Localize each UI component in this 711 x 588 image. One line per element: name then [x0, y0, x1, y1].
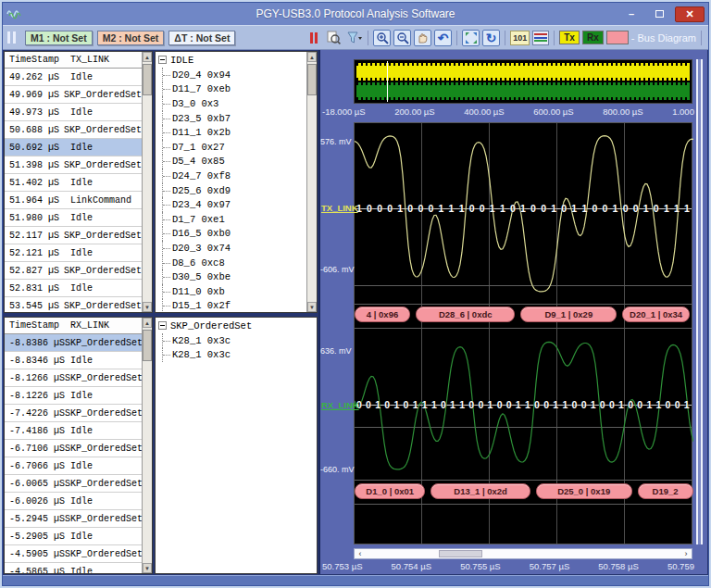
tree-item[interactable]: D20_4 0x94	[156, 68, 317, 82]
table-row[interactable]: -7.4186 µS Idle	[5, 422, 142, 440]
table-row[interactable]: 52.831 µS Idle	[5, 280, 142, 297]
table-row[interactable]: 49.262 µS Idle	[5, 69, 142, 86]
tree-item[interactable]: D7_1 0x27	[156, 140, 317, 155]
zoom-in-icon[interactable]	[373, 30, 391, 46]
scrollbar-thumb[interactable]	[143, 64, 152, 95]
symbol-capsule[interactable]: 4 | 0x96	[355, 307, 410, 322]
tree-item[interactable]: K28_1 0x3c	[156, 348, 317, 363]
table-row[interactable]: -6.7106 µS SKP_OrderedSet	[5, 440, 142, 457]
tx-table-scrollbar[interactable]: ▲ ▼	[142, 52, 152, 312]
table-row[interactable]: -6.0065 µS SKP_OrderedSet	[5, 475, 142, 493]
minimize-button[interactable]: –	[619, 6, 643, 22]
table-row[interactable]: 52.827 µS SKP_OrderedSet	[5, 262, 142, 280]
tree-item[interactable]: D23_5 0xb7	[156, 111, 317, 126]
tree-item[interactable]: K28_1 0x3c	[156, 333, 317, 348]
waveform-horizontal-scrollbar[interactable]: ‹ ›	[354, 548, 692, 559]
scroll-up-icon[interactable]: ▲	[143, 318, 152, 328]
pause-icon[interactable]	[7, 31, 16, 44]
fit-screen-icon[interactable]	[462, 30, 480, 46]
table-row[interactable]: 49.973 µS Idle	[5, 104, 142, 121]
table-row[interactable]: -8.8386 µS SKP_OrderedSet	[5, 334, 142, 352]
symbol-capsule[interactable]: D13_1 | 0x2d	[430, 483, 530, 499]
symbol-capsule[interactable]: D25_0 | 0x19	[536, 483, 632, 499]
scroll-down-icon[interactable]: ▼	[143, 302, 152, 312]
column-header-rx-link[interactable]: RX_LINK	[70, 320, 109, 331]
rx-color-swatch[interactable]: Rx	[582, 31, 604, 44]
table-row[interactable]: -5.2945 µS SKP_OrderedSet	[5, 510, 142, 528]
table-row[interactable]: 52.121 µS Idle	[5, 244, 142, 262]
table-row[interactable]: -4.5865 µS Idle	[5, 563, 142, 574]
title-bar[interactable]: PGY-USB3.0 Protocol Analysis Software – …	[3, 3, 708, 25]
maximize-button[interactable]	[647, 6, 671, 22]
tx-link-label[interactable]: TX_LINK	[321, 203, 358, 213]
marker-color-swatch[interactable]	[606, 31, 629, 44]
marker-button[interactable]: ΔT : Not Set	[168, 31, 235, 45]
table-row[interactable]: 50.688 µS SKP_OrderedSet	[5, 121, 142, 139]
overview-cursor[interactable]	[387, 61, 388, 102]
scroll-up-icon[interactable]: ▲	[143, 52, 152, 62]
zoom-out-icon[interactable]	[393, 30, 411, 46]
tx-color-swatch[interactable]: Tx	[559, 31, 580, 44]
tree-item[interactable]: D15_1 0x2f	[156, 299, 317, 314]
signal-overview-bar[interactable]	[354, 59, 692, 104]
table-row[interactable]: -8.8346 µS Idle	[5, 352, 142, 369]
symbol-capsule[interactable]: D20_1 | 0x34	[622, 307, 690, 322]
refresh-icon[interactable]: ↻	[482, 30, 500, 46]
waveform-canvas[interactable]: 100010001110011010010110010010111 001010…	[354, 122, 692, 544]
table-row[interactable]: -6.0026 µS Idle	[5, 493, 142, 510]
table-row[interactable]: 52.117 µS SKP_OrderedSet	[5, 227, 142, 244]
undo-icon[interactable]: ↶	[434, 30, 452, 46]
column-header-tx-link[interactable]: TX_LINK	[70, 55, 109, 65]
collapse-icon[interactable]	[158, 321, 167, 330]
scroll-left-icon[interactable]: ‹	[355, 549, 366, 558]
table-row[interactable]: -4.5905 µS SKP_OrderedSet	[5, 545, 142, 563]
digital-view-icon[interactable]: 101	[510, 31, 530, 45]
table-row[interactable]: 53.545 µS SKP_OrderedSet	[5, 297, 142, 313]
stop-pause-icon[interactable]	[305, 30, 322, 46]
close-button[interactable]: ✕	[675, 6, 705, 22]
symbol-capsule[interactable]: D19_2	[638, 483, 693, 499]
collapse-icon[interactable]	[158, 56, 167, 64]
tree-item[interactable]: D25_6 0xd9	[156, 183, 317, 198]
table-row[interactable]: -5.2905 µS Idle	[5, 528, 142, 545]
tree-item[interactable]: D8_6 0xc8	[156, 256, 317, 270]
rx-table-header[interactable]: TimeStamp RX_LINK	[5, 318, 152, 334]
table-row[interactable]: 49.969 µS SKP_OrderedSet	[5, 86, 142, 104]
scrollbar-thumb[interactable]	[143, 330, 152, 361]
table-row[interactable]: -6.7066 µS Idle	[5, 457, 142, 475]
tree-item[interactable]: D11_7 0xeb	[156, 82, 317, 97]
rx-table-scrollbar[interactable]: ▲ ▼	[142, 318, 152, 573]
marker-button[interactable]: M1 : Not Set	[25, 31, 93, 45]
pan-hand-icon[interactable]	[414, 30, 431, 46]
table-row[interactable]: 51.964 µS LinkCommand	[5, 192, 142, 209]
scroll-down-icon[interactable]: ▼	[143, 563, 152, 573]
table-row[interactable]: -8.1226 µS Idle	[5, 387, 142, 405]
bus-listing-icon[interactable]	[532, 31, 549, 45]
tree-item[interactable]: D23_4 0x97	[156, 197, 317, 212]
tree-root-idle[interactable]: IDLE	[156, 52, 317, 68]
tree-item[interactable]: D24_7 0xf8	[156, 169, 317, 183]
column-header-timestamp[interactable]: TimeStamp	[9, 55, 70, 65]
search-decode-icon[interactable]	[325, 30, 343, 46]
symbol-capsule[interactable]: D28_6 | 0xdc	[416, 307, 515, 322]
marker-button[interactable]: M2 : Not Set	[97, 31, 165, 45]
tree-item[interactable]: D30_5 0xbe	[156, 269, 317, 284]
scroll-down-icon[interactable]: ▼	[307, 302, 317, 312]
symbol-capsule[interactable]: D1_0 | 0x01	[355, 483, 425, 499]
column-header-timestamp[interactable]: TimeStamp	[9, 320, 70, 331]
table-row[interactable]: -8.1266 µS SKP_OrderedSet	[5, 369, 142, 387]
filter-icon[interactable]	[345, 30, 363, 46]
tree-item[interactable]: D16_5 0xb0	[156, 227, 317, 242]
symbol-capsule[interactable]: D9_1 | 0x29	[520, 307, 617, 322]
tx-tree-scrollbar[interactable]: ▲ ▼	[306, 52, 317, 312]
tree-item[interactable]: D3_0 0x3	[156, 96, 317, 111]
tree-item[interactable]: D11_1 0x2b	[156, 125, 317, 140]
table-row[interactable]: -7.4226 µS SKP_OrderedSet	[5, 405, 142, 422]
table-row[interactable]: 51.980 µS Idle	[5, 209, 142, 227]
scrollbar-thumb[interactable]	[307, 64, 317, 95]
rx-link-label[interactable]: RX_LINK	[321, 400, 359, 410]
tree-item[interactable]: D20_3 0x74	[156, 241, 317, 256]
scrollbar-thumb[interactable]	[439, 550, 482, 557]
tree-item[interactable]: D5_4 0x85	[156, 155, 317, 169]
scroll-right-icon[interactable]: ›	[680, 549, 692, 558]
